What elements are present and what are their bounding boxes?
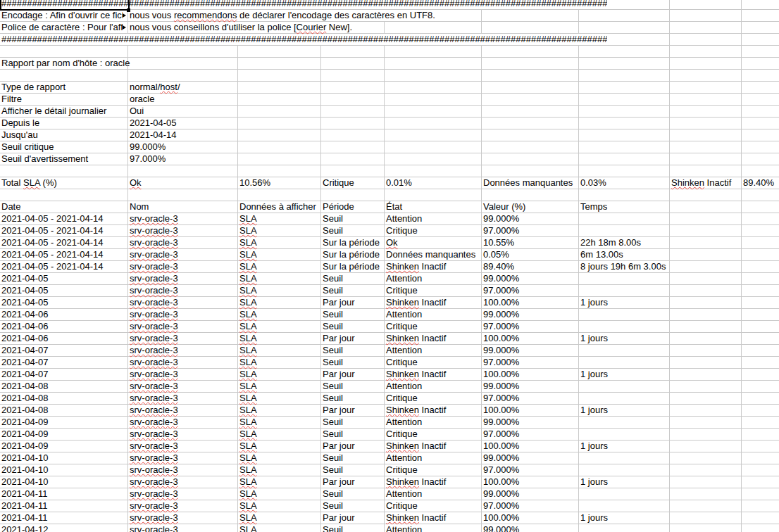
cell-F16[interactable]: Données manquantes [482,177,579,189]
cell-C42[interactable]: SLA [238,488,321,500]
cell-G30[interactable] [579,345,670,356]
cell-A2[interactable]: Encodage : Afin d'ouvrir ce fich [0,10,128,21]
cell-G14[interactable] [579,153,670,165]
cell-E28[interactable]: Critique [385,321,482,332]
cell-F29[interactable]: 100.00% [482,333,579,344]
cell-E42[interactable]: Attention [385,488,482,500]
cell-G39[interactable] [579,452,670,464]
cell-C8[interactable] [238,82,321,93]
cell-B30[interactable]: srv-oracle-3 [128,345,238,356]
cell-F19[interactable]: 99.000% [482,213,579,224]
cell-G19[interactable] [579,213,670,224]
cell-E34[interactable]: Critique [385,393,482,404]
cell-E13[interactable] [385,141,482,153]
cell-F36[interactable]: 99.000% [482,417,579,428]
cell-F13[interactable] [482,141,579,153]
cell-D32[interactable]: Par jour [321,369,385,380]
cell-I4[interactable] [742,34,779,45]
cell-G15[interactable] [579,165,670,177]
cell-F20[interactable]: 97.000% [482,225,579,236]
cell-B27[interactable]: srv-oracle-3 [128,309,238,320]
cell-G36[interactable] [579,417,670,428]
cell-C45[interactable]: SLA [238,524,321,532]
cell-H13[interactable] [670,141,742,153]
cell-C44[interactable]: SLA [238,512,321,524]
cell-G40[interactable] [579,464,670,476]
cell-E12[interactable] [385,129,482,141]
cell-B11[interactable]: 2021-04-05 [128,118,238,129]
cell-D10[interactable] [321,106,385,117]
cell-D38[interactable]: Par jour [321,441,385,452]
cell-A37[interactable]: 2021-04-09 [0,429,128,440]
cell-F24[interactable]: 99.000% [482,273,579,284]
cell-I42[interactable] [742,488,779,500]
cell-H30[interactable] [670,345,742,356]
cell-D40[interactable]: Seuil [321,464,385,476]
selection-fill-handle[interactable] [127,8,130,12]
cell-C17[interactable] [238,189,321,201]
cell-H18[interactable] [670,201,742,213]
cell-I26[interactable] [742,297,779,308]
cell-G35[interactable]: 1 jours [579,405,670,416]
cell-C41[interactable]: SLA [238,476,321,488]
cell-I37[interactable] [742,429,779,440]
cell-I32[interactable] [742,369,779,380]
cell-H34[interactable] [670,393,742,404]
cell-E33[interactable]: Attention [385,381,482,392]
cell-G20[interactable] [579,225,670,236]
cell-C20[interactable]: SLA [238,225,321,236]
cell-I5[interactable] [742,46,779,57]
cell-F10[interactable] [482,106,579,117]
cell-I24[interactable] [742,273,779,284]
cell-H38[interactable] [670,441,742,452]
cell-A26[interactable]: 2021-04-05 [0,297,128,308]
cell-B13[interactable]: 99.000% [128,141,238,153]
cell-C28[interactable]: SLA [238,321,321,332]
cell-B12[interactable]: 2021-04-14 [128,129,238,141]
cell-B21[interactable]: srv-oracle-3 [128,237,238,248]
cell-D15[interactable] [321,165,385,177]
cell-C30[interactable]: SLA [238,345,321,356]
cell-D31[interactable]: Seuil [321,357,385,368]
cell-E5[interactable] [385,46,482,57]
cell-D16[interactable]: Critique [321,177,385,189]
cell-G25[interactable] [579,285,670,296]
cell-G23[interactable]: 8 jours 19h 6m 3.00s [579,261,670,272]
cell-A30[interactable]: 2021-04-07 [0,345,128,356]
cell-E35[interactable]: Shinken Inactif [385,405,482,416]
cell-C5[interactable] [238,46,321,57]
cell-G16[interactable]: 0.03% [579,177,670,189]
cell-F11[interactable] [482,118,579,129]
cell-H12[interactable] [670,129,742,141]
cell-F2[interactable] [482,10,579,21]
cell-G13[interactable] [579,141,670,153]
cell-G29[interactable]: 1 jours [579,333,670,344]
cell-I31[interactable] [742,357,779,368]
cell-H10[interactable] [670,106,742,117]
cell-B35[interactable]: srv-oracle-3 [128,405,238,416]
cell-B14[interactable]: 97.000% [128,153,238,165]
cell-A11[interactable]: Depuis le [0,118,128,129]
cell-G32[interactable]: 1 jours [579,369,670,380]
cell-A7[interactable] [0,70,128,81]
cell-C27[interactable]: SLA [238,309,321,320]
cell-G3[interactable] [579,22,670,33]
cell-F27[interactable]: 99.000% [482,309,579,320]
cell-H1[interactable] [670,0,742,9]
cell-G9[interactable] [579,94,670,105]
cell-D20[interactable]: Seuil [321,225,385,236]
cell-E9[interactable] [385,94,482,105]
cell-C31[interactable]: SLA [238,357,321,368]
cell-F8[interactable] [482,82,579,93]
cell-H45[interactable] [670,524,742,532]
cell-B39[interactable]: srv-oracle-3 [128,452,238,464]
cell-I38[interactable] [742,441,779,452]
cell-D6[interactable] [321,58,385,69]
cell-I35[interactable] [742,405,779,416]
cell-E15[interactable] [385,165,482,177]
cell-H22[interactable] [670,249,742,260]
cell-B7[interactable] [128,70,238,81]
cell-D37[interactable]: Seuil [321,429,385,440]
cell-A43[interactable]: 2021-04-11 [0,500,128,512]
cell-A29[interactable]: 2021-04-06 [0,333,128,344]
